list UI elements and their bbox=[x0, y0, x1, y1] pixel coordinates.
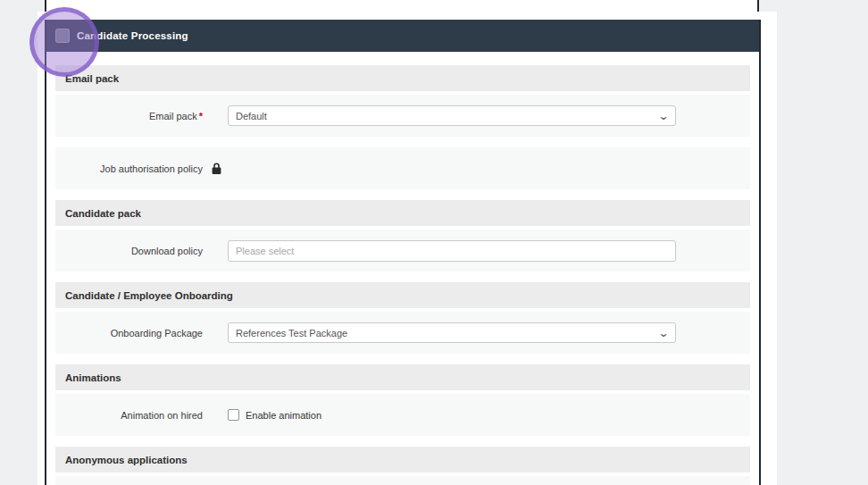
section-title: Animations bbox=[65, 372, 121, 383]
onboarding-package-label: Onboarding Package bbox=[55, 328, 203, 339]
chevron-down-icon: ⌄ bbox=[657, 112, 669, 121]
job-authorisation-policy-label: Job authorisation policy bbox=[55, 163, 203, 174]
row-animation-on-hired: Animation on hired Enable animation bbox=[55, 394, 750, 436]
download-policy-input[interactable] bbox=[228, 240, 676, 262]
animation-on-hired-label: Animation on hired bbox=[55, 410, 203, 421]
row-anonymous-applications-partial bbox=[55, 476, 750, 485]
email-pack-select-value: Default bbox=[236, 111, 267, 121]
row-email-pack: Email pack* Default ⌄ bbox=[55, 95, 750, 137]
section-bar-email-pack: Email pack bbox=[55, 65, 750, 91]
enable-animation-checkbox-label[interactable]: Enable animation bbox=[246, 410, 321, 421]
section-bar-candidate-pack: Candidate pack bbox=[55, 200, 750, 226]
lock-icon bbox=[211, 163, 222, 175]
candidate-processing-panel: Candidate Processing Email pack Email pa… bbox=[45, 20, 761, 485]
row-download-policy: Download policy bbox=[55, 230, 750, 272]
section-title: Email pack bbox=[65, 73, 119, 84]
enable-animation-checkbox[interactable] bbox=[228, 409, 239, 421]
email-pack-select[interactable]: Default ⌄ bbox=[228, 105, 676, 126]
email-pack-label: Email pack* bbox=[55, 111, 203, 121]
chevron-down-icon: ⌄ bbox=[657, 329, 669, 338]
row-onboarding-package: Onboarding Package References Test Packa… bbox=[55, 312, 750, 354]
required-marker: * bbox=[199, 111, 203, 121]
candidate-processing-settings-page: { "header": { "title": "Candidate Proces… bbox=[0, 0, 868, 485]
section-title: Anonymous applications bbox=[65, 455, 188, 465]
row-job-authorisation-policy: Job authorisation policy bbox=[55, 147, 750, 189]
section-bar-onboarding: Candidate / Employee Onboarding bbox=[55, 282, 750, 308]
section-bar-anonymous-applications: Anonymous applications bbox=[55, 447, 750, 472]
panel-title: Candidate Processing bbox=[77, 30, 188, 41]
onboarding-package-select-value: References Test Package bbox=[236, 328, 347, 339]
section-bar-animations: Animations bbox=[55, 364, 750, 390]
panel-body: Email pack Email pack* Default ⌄ Job aut… bbox=[46, 52, 759, 485]
section-title: Candidate / Employee Onboarding bbox=[65, 290, 233, 301]
download-policy-label: Download policy bbox=[55, 246, 203, 256]
section-collapse-toggle-icon[interactable] bbox=[55, 29, 70, 43]
onboarding-package-select[interactable]: References Test Package ⌄ bbox=[228, 322, 676, 343]
section-title: Candidate pack bbox=[65, 208, 141, 219]
candidate-processing-header-bar[interactable]: Candidate Processing bbox=[46, 20, 759, 52]
